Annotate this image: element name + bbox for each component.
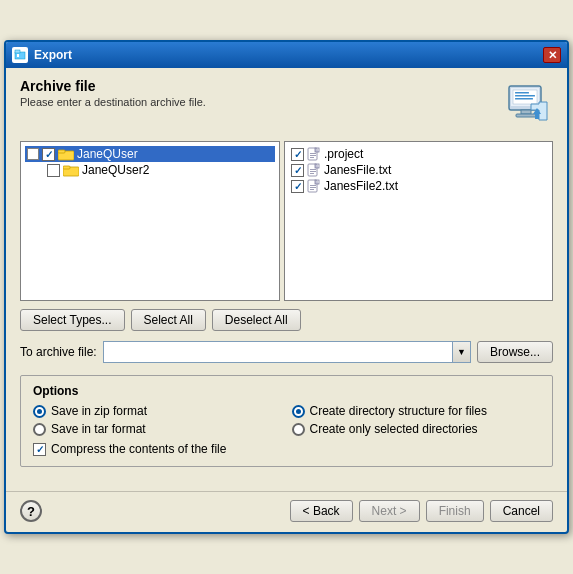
help-button[interactable]: ? [20, 500, 42, 522]
compress-checkbox[interactable] [33, 443, 46, 456]
radio-createdir-item[interactable]: Create directory structure for files [292, 404, 541, 418]
radio-zip-item[interactable]: Save in zip format [33, 404, 282, 418]
radio-selecteddir-input[interactable] [292, 423, 305, 436]
tree-label-janesfile: JanesFile.txt [324, 163, 391, 177]
deselect-all-button[interactable]: Deselect All [212, 309, 301, 331]
title-bar-icon [12, 47, 28, 63]
svg-rect-34 [310, 187, 316, 188]
checkbox-project[interactable] [291, 148, 304, 161]
title-bar-title: Export [34, 48, 537, 62]
export-dialog: Export ✕ Archive file Please enter a des… [4, 40, 569, 534]
file-icon-project [307, 147, 321, 161]
tree-item-janequser2[interactable]: JaneQUser2 [45, 162, 275, 178]
svg-rect-28 [310, 171, 316, 172]
tree-item-janesfile2[interactable]: JanesFile2.txt [289, 178, 548, 194]
svg-rect-8 [515, 98, 533, 100]
next-button[interactable]: Next > [359, 500, 420, 522]
checkbox-janesfile[interactable] [291, 164, 304, 177]
options-group: Options Save in zip format Save in tar f… [20, 375, 553, 467]
tree-item-janequser[interactable]: + JaneQUser [25, 146, 275, 162]
svg-rect-6 [515, 92, 529, 94]
radio-zip-label: Save in zip format [51, 404, 147, 418]
archive-label: To archive file: [20, 345, 97, 359]
select-types-button[interactable]: Select Types... [20, 309, 125, 331]
radio-tar-item[interactable]: Save in tar format [33, 422, 282, 436]
section-desc: Please enter a destination archive file. [20, 96, 206, 108]
svg-rect-22 [310, 155, 316, 156]
svg-rect-35 [310, 189, 314, 190]
combo-dropdown-icon[interactable]: ▼ [452, 342, 470, 362]
archive-combo[interactable]: ▼ [103, 341, 471, 363]
options-right-col: Create directory structure for files Cre… [292, 404, 541, 456]
archive-file-row: To archive file: ▼ Browse... [20, 341, 553, 363]
svg-rect-17 [63, 166, 70, 169]
radio-createdir-label: Create directory structure for files [310, 404, 487, 418]
section-title: Archive file [20, 78, 206, 94]
radio-createdir-input[interactable] [292, 405, 305, 418]
radio-tar-input[interactable] [33, 423, 46, 436]
left-tree-panel[interactable]: + JaneQUser JaneQUser2 [20, 141, 280, 301]
compress-item[interactable]: Compress the contents of the file [33, 442, 282, 456]
radio-tar-label: Save in tar format [51, 422, 146, 436]
svg-rect-1 [15, 50, 20, 53]
radio-selecteddir-item[interactable]: Create only selected directories [292, 422, 541, 436]
archive-icon [501, 82, 553, 137]
checkbox-janequser2[interactable] [47, 164, 60, 177]
close-button[interactable]: ✕ [543, 47, 561, 63]
expand-janequser[interactable]: + [27, 148, 39, 160]
svg-rect-7 [515, 95, 535, 97]
tree-item-janesfile[interactable]: JanesFile.txt [289, 162, 548, 178]
svg-rect-21 [310, 153, 316, 154]
options-grid: Save in zip format Save in tar format Co… [33, 404, 540, 456]
svg-rect-27 [310, 169, 316, 170]
tree-panels: + JaneQUser JaneQUser2 [20, 141, 553, 301]
right-tree-panel[interactable]: .project JanesFile.txt [284, 141, 553, 301]
header-text: Archive file Please enter a destination … [20, 78, 206, 116]
file-icon-janesfile [307, 163, 321, 177]
tree-label-janequser: JaneQUser [77, 147, 138, 161]
tree-label-project: .project [324, 147, 363, 161]
tree-label-janesfile2: JanesFile2.txt [324, 179, 398, 193]
options-left-col: Save in zip format Save in tar format Co… [33, 404, 282, 456]
checkbox-janequser[interactable] [42, 148, 55, 161]
browse-button[interactable]: Browse... [477, 341, 553, 363]
cancel-button[interactable]: Cancel [490, 500, 553, 522]
dialog-content: Archive file Please enter a destination … [6, 68, 567, 491]
radio-selecteddir-label: Create only selected directories [310, 422, 478, 436]
nav-buttons: < Back Next > Finish Cancel [290, 500, 553, 522]
svg-rect-2 [17, 54, 19, 57]
svg-rect-33 [310, 185, 316, 186]
finish-button[interactable]: Finish [426, 500, 484, 522]
svg-rect-15 [58, 150, 65, 153]
svg-rect-10 [516, 114, 536, 117]
file-icon-janesfile2 [307, 179, 321, 193]
svg-rect-23 [310, 157, 314, 158]
select-all-button[interactable]: Select All [131, 309, 206, 331]
radio-zip-input[interactable] [33, 405, 46, 418]
folder-icon-janequser2 [63, 163, 79, 177]
header-row: Archive file Please enter a destination … [20, 78, 553, 137]
svg-rect-13 [535, 114, 539, 119]
bottom-nav: ? < Back Next > Finish Cancel [6, 491, 567, 532]
action-buttons: Select Types... Select All Deselect All [20, 309, 553, 331]
tree-label-janequser2: JaneQUser2 [82, 163, 149, 177]
folder-icon-janequser [58, 147, 74, 161]
title-bar: Export ✕ [6, 42, 567, 68]
compress-label: Compress the contents of the file [51, 442, 226, 456]
archive-image [501, 82, 553, 134]
back-button[interactable]: < Back [290, 500, 353, 522]
tree-item-project[interactable]: .project [289, 146, 548, 162]
checkbox-janesfile2[interactable] [291, 180, 304, 193]
options-legend: Options [33, 384, 540, 398]
svg-rect-9 [521, 110, 531, 114]
svg-rect-29 [310, 173, 314, 174]
